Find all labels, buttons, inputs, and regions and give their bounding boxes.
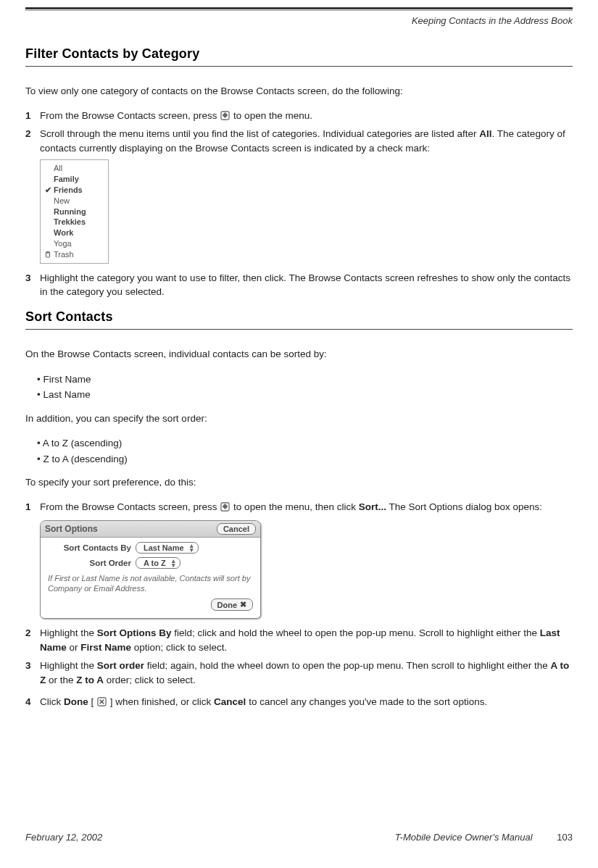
svg-rect-6 [223,504,228,509]
category-item-yoga[interactable]: Yoga [43,238,106,249]
category-menu-figure: All Family ✔Friends New Running Trekkies… [40,159,109,264]
bullet-asc: A to Z (ascending) [37,435,573,451]
step-number: 2 [25,127,40,155]
category-item-work[interactable]: Work [43,228,106,238]
category-item-trekkies[interactable]: Trekkies [43,217,106,228]
category-item-all[interactable]: All [43,163,106,174]
footer-manual: T-Mobile Device Owner's Manual [395,832,533,843]
heading-filter: Filter Contacts by Category [25,46,573,67]
heading-sort: Sort Contacts [25,309,573,330]
close-icon: ✖ [240,600,246,609]
dialog-hint: If First or Last Name is not available, … [48,573,253,595]
category-item-running[interactable]: Running [43,206,106,217]
footer-date: February 12, 2002 [25,832,102,843]
sort-steps-cont: 2 Highlight the Sort Options By field; c… [25,626,573,709]
category-item-family[interactable]: Family [43,174,106,185]
close-icon [97,697,107,706]
checkmark-icon: ✔ [44,185,51,196]
sort-order-list: A to Z (ascending) Z to A (descending) [37,435,573,467]
bullet-last-name: Last Name [37,387,573,403]
sort-order-label: Sort Order [48,559,131,567]
filter-intro: To view only one category of contacts on… [25,84,573,99]
svg-rect-1 [223,112,228,118]
sort-order-select[interactable]: A to Z ▴▾ [136,557,180,569]
filter-steps: 1 From the Browse Contacts screen, press… [25,109,573,156]
step-number: 1 [25,500,40,514]
step-number: 4 [25,695,40,709]
step-number: 3 [25,271,40,299]
top-rule-thin [25,10,573,11]
sort-by-select[interactable]: Last Name ▴▾ [136,542,199,554]
bullet-first-name: First Name [37,372,573,388]
sort-intro-2: In addition, you can specify the sort or… [25,412,573,426]
category-item-trash[interactable]: Trash [43,249,106,260]
page-header-breadcrumb: Keeping Contacts in the Address Book [25,15,573,26]
bullet-desc: Z to A (descending) [37,451,573,467]
dialog-title: Sort Options [45,524,98,534]
step-number: 3 [25,659,40,687]
sort-intro-3: To specify your sort preference, do this… [25,475,573,490]
sort-options-dialog: Sort Options Cancel Sort Contacts By Las… [40,520,261,619]
step-number: 2 [25,626,40,654]
sort-step-3: Highlight the Sort order field; again, h… [40,659,573,687]
sort-step-4: Click Done [ ] when finished, or click C… [40,695,573,709]
filter-step-2: Scroll through the menu items until you … [40,127,573,155]
category-item-new[interactable]: New [43,196,106,206]
done-button[interactable]: Done ✖ [211,598,254,611]
trash-icon [44,251,51,258]
updown-arrows-icon: ▴▾ [190,543,194,552]
sort-by-label: Sort Contacts By [48,543,131,552]
sort-steps: 1 From the Browse Contacts screen, press… [25,500,573,514]
top-rule-thick [25,7,573,9]
svg-rect-3 [46,252,50,253]
footer-page-number: 103 [557,832,573,843]
updown-arrows-icon: ▴▾ [172,559,175,567]
cancel-button[interactable]: Cancel [217,523,256,535]
sort-step-2: Highlight the Sort Options By field; cli… [40,626,573,654]
filter-step-3: Highlight the category you want to use t… [40,271,573,299]
wheel-icon [220,502,230,512]
svg-rect-2 [46,253,50,257]
sort-step-1: From the Browse Contacts screen, press t… [40,500,573,514]
page-footer: February 12, 2002 T-Mobile Device Owner'… [25,832,573,843]
category-item-friends[interactable]: ✔Friends [43,185,106,196]
filter-steps-cont: 3 Highlight the category you want to use… [25,271,573,299]
sort-by-list: First Name Last Name [37,372,573,403]
wheel-icon [220,111,230,120]
svg-rect-4 [47,251,49,252]
filter-step-1: From the Browse Contacts screen, press t… [40,109,573,123]
dialog-titlebar: Sort Options Cancel [41,521,260,538]
sort-intro-1: On the Browse Contacts screen, individua… [25,347,573,362]
step-number: 1 [25,109,40,123]
